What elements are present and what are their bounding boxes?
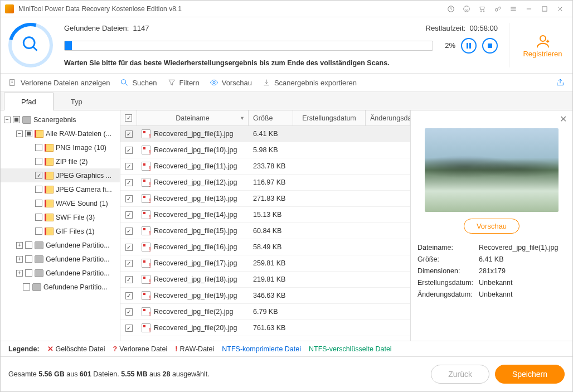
- cart-icon[interactable]: [474, 1, 490, 17]
- close-button[interactable]: [552, 1, 568, 17]
- table-header: ✓ Dateiname▼ Größe Erstellungsdatum Ände…: [120, 110, 410, 126]
- row-checkbox[interactable]: [125, 308, 133, 316]
- row-checkbox[interactable]: [125, 211, 133, 219]
- svg-point-10: [540, 36, 546, 41]
- row-checkbox[interactable]: [125, 244, 133, 251]
- tree-item[interactable]: GIF Files (1): [1, 224, 120, 238]
- file-name: Recovered_jpg_file(2).jpg: [154, 308, 233, 316]
- tree-partition[interactable]: Gefundene Partitio...: [1, 280, 120, 294]
- col-name[interactable]: Dateiname▼: [137, 110, 249, 125]
- export-button[interactable]: Scanergebnis exportieren: [262, 78, 357, 87]
- app-icon: [5, 4, 14, 13]
- row-checkbox[interactable]: [125, 228, 133, 235]
- table-row[interactable]: !Recovered_jpg_file(2).jpg 6.79 KB: [120, 304, 410, 320]
- meta-dim-value: 281x179: [479, 267, 566, 275]
- tree-partition[interactable]: +Gefundene Partitio...: [1, 266, 120, 280]
- table-row[interactable]: !Recovered_jpg_file(20).jpg 761.63 KB: [120, 320, 410, 336]
- file-name: Recovered_jpg_file(14).jpg: [154, 211, 237, 219]
- svg-rect-9: [488, 43, 492, 48]
- col-size[interactable]: Größe: [249, 110, 293, 125]
- close-preview-icon[interactable]: ✕: [560, 114, 567, 124]
- filter-button[interactable]: Filtern: [167, 78, 200, 87]
- table-row[interactable]: !Recovered_jpg_file(10).jpg 5.98 KB: [120, 142, 410, 158]
- file-size: 116.97 KB: [249, 178, 293, 186]
- save-button[interactable]: Speichern: [495, 365, 565, 384]
- table-body[interactable]: !Recovered_jpg_file(1).jpg 6.41 KB !Reco…: [120, 126, 410, 341]
- table-row[interactable]: !Recovered_jpg_file(18).jpg 219.81 KB: [120, 272, 410, 288]
- file-icon: !: [142, 210, 150, 219]
- table-row[interactable]: !Recovered_jpg_file(13).jpg 271.83 KB: [120, 191, 410, 207]
- tree-partition[interactable]: +Gefundene Partitio...: [1, 252, 120, 266]
- maximize-button[interactable]: [537, 1, 552, 17]
- time-left: Restlaufzeit: 00:58:00: [426, 24, 498, 32]
- menu-icon[interactable]: [506, 1, 521, 17]
- file-name: Recovered_jpg_file(18).jpg: [154, 275, 237, 283]
- file-icon: !: [142, 307, 150, 316]
- table-row[interactable]: !Recovered_jpg_file(15).jpg 60.84 KB: [120, 223, 410, 239]
- tree-partition[interactable]: +Gefundene Partitio...: [1, 238, 120, 252]
- table-row[interactable]: !Recovered_jpg_file(14).jpg 15.13 KB: [120, 207, 410, 223]
- file-icon: !: [142, 291, 150, 300]
- file-icon: !: [142, 323, 150, 332]
- tree-item[interactable]: JPEG Camera fi...: [1, 182, 120, 196]
- row-checkbox[interactable]: [125, 325, 133, 332]
- minimize-button[interactable]: [521, 1, 537, 17]
- register-button[interactable]: Registrieren: [509, 23, 565, 67]
- pause-button[interactable]: [461, 38, 477, 54]
- search-button[interactable]: Suchen: [120, 78, 157, 87]
- tree-raw[interactable]: −Alle RAW-Dateien (...: [1, 127, 120, 141]
- tree-item[interactable]: WAVE Sound (1): [1, 196, 120, 210]
- row-checkbox[interactable]: [125, 163, 133, 170]
- file-icon: !: [142, 178, 150, 187]
- main-area: −Scanergebnis −Alle RAW-Dateien (... PNG…: [1, 110, 572, 341]
- tree-pane[interactable]: −Scanergebnis −Alle RAW-Dateien (... PNG…: [1, 110, 120, 341]
- tree-item[interactable]: PNG Image (10): [1, 141, 120, 154]
- preview-button[interactable]: Vorschau: [210, 78, 252, 87]
- preview-open-button[interactable]: Vorschau: [464, 219, 519, 234]
- file-icon: !: [142, 259, 150, 268]
- tab-path[interactable]: Pfad: [4, 93, 54, 110]
- table-row[interactable]: !Recovered_jpg_file(16).jpg 58.49 KB: [120, 239, 410, 255]
- tree-item[interactable]: SWF File (3): [1, 210, 120, 224]
- key-icon[interactable]: [490, 1, 506, 17]
- row-checkbox[interactable]: [125, 260, 133, 267]
- stop-button[interactable]: [482, 38, 498, 54]
- toolbar: Verlorene Dateien anzeigen Suchen Filter…: [1, 74, 572, 92]
- table-row[interactable]: !Recovered_jpg_file(19).jpg 346.63 KB: [120, 288, 410, 304]
- col-checkbox[interactable]: ✓: [120, 110, 137, 125]
- svg-rect-8: [469, 43, 471, 49]
- share-icon[interactable]: [556, 78, 565, 87]
- col-modified[interactable]: Änderungsda: [366, 110, 410, 125]
- meta-name-label: Dateiname:: [417, 244, 479, 251]
- row-checkbox[interactable]: [125, 292, 133, 299]
- tree-root[interactable]: −Scanergebnis: [1, 113, 120, 127]
- col-created[interactable]: Erstellungsdatum: [293, 110, 366, 125]
- legend-lost: ?Verlorene Datei: [113, 345, 168, 353]
- row-checkbox[interactable]: [125, 130, 133, 138]
- row-checkbox[interactable]: [125, 179, 133, 186]
- support-icon[interactable]: [459, 1, 474, 17]
- table-row[interactable]: !Recovered_jpg_file(11).jpg 233.78 KB: [120, 158, 410, 175]
- row-checkbox[interactable]: [125, 195, 133, 202]
- svg-rect-5: [542, 6, 547, 11]
- show-lost-files-button[interactable]: Verlorene Dateien anzeigen: [8, 78, 110, 87]
- file-icon: !: [142, 226, 150, 235]
- back-button[interactable]: Zurück: [431, 365, 489, 384]
- file-size: 6.79 KB: [249, 308, 293, 316]
- history-icon[interactable]: [443, 1, 459, 17]
- table-row[interactable]: !Recovered_jpg_file(1).jpg 6.41 KB: [120, 126, 410, 142]
- meta-created-value: Unbekannt: [479, 279, 566, 287]
- file-icon: !: [142, 194, 150, 203]
- file-size: 15.13 KB: [249, 211, 293, 219]
- tab-type[interactable]: Typ: [54, 93, 100, 110]
- tree-item[interactable]: ZIP file (2): [1, 154, 120, 168]
- row-checkbox[interactable]: [125, 147, 133, 154]
- row-checkbox[interactable]: [125, 276, 133, 283]
- svg-rect-7: [467, 43, 468, 49]
- tree-item[interactable]: JPEG Graphics ...: [1, 168, 120, 182]
- meta-name-value: Recovered_jpg_file(1).jpg: [479, 244, 566, 251]
- table-row[interactable]: !Recovered_jpg_file(17).jpg 259.81 KB: [120, 255, 410, 272]
- table-row[interactable]: !Recovered_jpg_file(12).jpg 116.97 KB: [120, 175, 410, 191]
- preview-pane: ✕ Vorschau Dateiname:Recovered_jpg_file(…: [411, 110, 572, 341]
- file-table: ✓ Dateiname▼ Größe Erstellungsdatum Ände…: [120, 110, 411, 341]
